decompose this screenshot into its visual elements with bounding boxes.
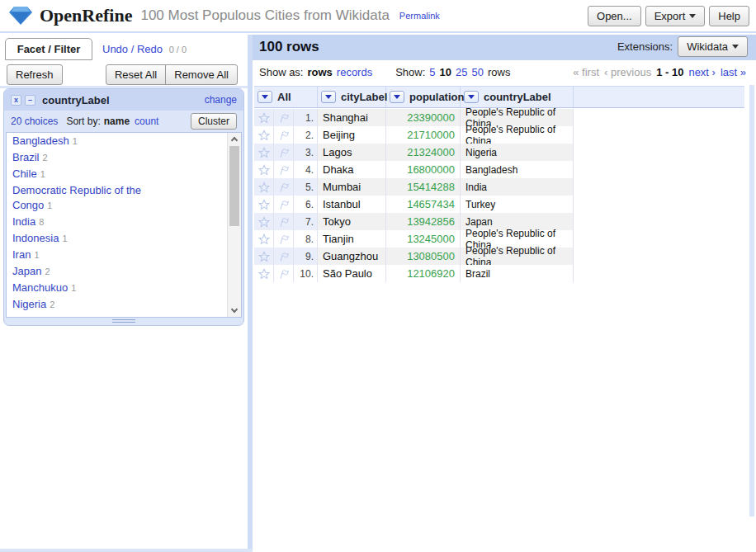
facet-minimize-icon[interactable]: –	[25, 95, 35, 106]
countrylabel-column-menu-icon[interactable]	[464, 91, 479, 103]
facet-choice-drc[interactable]: Democratic Republic of the Congo	[12, 184, 141, 211]
flag-icon[interactable]	[274, 248, 294, 265]
cell-countrylabel: India	[461, 178, 574, 196]
star-icon[interactable]	[254, 265, 274, 282]
flag-icon[interactable]	[274, 126, 294, 144]
list-item: Nigeria2	[7, 296, 168, 313]
flag-icon[interactable]	[274, 144, 294, 161]
flag-icon[interactable]	[274, 109, 294, 126]
tab-facet-filter[interactable]: Facet / Filter	[5, 38, 92, 60]
panel-divider	[248, 35, 253, 552]
flag-icon[interactable]	[274, 213, 294, 230]
table-row: 4. Dhaka 16800000 Bangladesh	[254, 161, 574, 178]
row-index: 10.	[294, 265, 318, 282]
star-icon[interactable]	[254, 161, 274, 178]
page-size-25[interactable]: 25	[456, 66, 467, 78]
cell-citylabel: Istanbul	[318, 196, 386, 213]
reset-all-button[interactable]: Reset All	[106, 64, 166, 85]
population-column-menu-icon[interactable]	[390, 91, 404, 103]
table-row: 2. Beijing 21710000 People's Republic of…	[254, 126, 574, 144]
export-button-label: Export	[654, 10, 686, 22]
cell-population: 12106920	[386, 265, 461, 282]
page-size-5[interactable]: 5	[429, 66, 435, 78]
pagination-range: 1 - 10	[656, 66, 683, 78]
caret-down-icon	[689, 14, 696, 18]
column-label-all: All	[277, 91, 291, 103]
facet-choice-iran[interactable]: Iran	[12, 248, 31, 261]
cell-citylabel: Lagos	[318, 144, 386, 161]
facet-choice-manchukuo[interactable]: Manchukuo	[12, 281, 68, 294]
facet-choice-brazil[interactable]: Brazil	[12, 151, 40, 163]
show-label: Show:	[395, 66, 425, 78]
cluster-button[interactable]: Cluster	[191, 113, 237, 130]
openrefine-diamond-logo-icon	[8, 5, 33, 26]
facet-resize-handle[interactable]	[112, 318, 135, 323]
cell-citylabel: Dhaka	[318, 161, 386, 178]
cell-countrylabel: Turkey	[461, 196, 574, 213]
cell-population: 15414288	[386, 178, 461, 196]
star-icon[interactable]	[254, 109, 274, 126]
facet-choice-nigeria[interactable]: Nigeria	[12, 298, 46, 310]
flag-icon[interactable]	[274, 161, 294, 178]
flag-icon[interactable]	[274, 265, 294, 282]
star-icon[interactable]	[254, 230, 274, 248]
facet-scrollbar[interactable]	[227, 133, 241, 317]
scroll-down-icon[interactable]	[231, 306, 238, 313]
show-as-label: Show as:	[259, 66, 303, 78]
facet-choice-bangladesh[interactable]: Bangladesh	[12, 134, 69, 147]
facet-close-icon[interactable]: x	[11, 95, 21, 106]
row-index: 7.	[294, 213, 318, 230]
scroll-up-icon[interactable]	[231, 137, 238, 144]
facet-controls: 20 choices Sort by: name count Cluster	[4, 111, 243, 132]
row-index: 4.	[294, 161, 318, 178]
star-icon[interactable]	[254, 126, 274, 144]
tab-undo-redo[interactable]: Undo / Redo 0 / 0	[102, 43, 187, 55]
flag-icon[interactable]	[274, 196, 294, 213]
star-icon[interactable]	[254, 196, 274, 213]
star-icon[interactable]	[254, 213, 274, 230]
permalink-link[interactable]: Permalink	[399, 11, 440, 21]
choice-count: 2	[50, 300, 54, 309]
facet-choice-list: Bangladesh1 Brazil2 Chile1 Democratic Re…	[6, 132, 242, 318]
star-icon[interactable]	[254, 144, 274, 161]
citylabel-column-menu-icon[interactable]	[321, 91, 336, 103]
list-item: Japan2	[7, 263, 168, 280]
row-index: 5.	[294, 178, 318, 196]
facet-change-link[interactable]: change	[205, 94, 237, 106]
cell-population: 23390000	[386, 109, 461, 126]
all-column-menu-icon[interactable]	[258, 91, 272, 103]
open-button[interactable]: Open...	[588, 6, 641, 26]
show-as-records[interactable]: records	[337, 66, 372, 78]
table-header: All cityLabel population countryLabel	[254, 86, 744, 108]
pagination-next[interactable]: next ›	[688, 66, 716, 78]
left-panel-bottom-border	[0, 549, 253, 552]
view-bar: Show as: rows records Show: 5 10 25 50 r…	[253, 60, 756, 85]
pagination-last[interactable]: last »	[721, 66, 746, 78]
choice-count: 2	[45, 267, 50, 276]
help-button[interactable]: Help	[709, 6, 749, 26]
facet-choice-india[interactable]: India	[12, 215, 35, 228]
flag-icon[interactable]	[274, 230, 294, 248]
facet-choice-chile[interactable]: Chile	[12, 167, 37, 180]
flag-icon[interactable]	[274, 178, 294, 196]
column-label-population: population	[409, 91, 464, 103]
wikidata-extension-button[interactable]: Wikidata	[678, 36, 748, 57]
export-button[interactable]: Export	[645, 6, 706, 26]
remove-all-button[interactable]: Remove All	[165, 64, 238, 85]
cell-citylabel: Beijing	[318, 126, 386, 144]
rows-suffix-label: rows	[488, 66, 510, 78]
column-header-population: population	[386, 87, 461, 107]
scrollbar-thumb[interactable]	[229, 146, 239, 226]
sort-by-count[interactable]: count	[135, 116, 158, 127]
sort-by-name[interactable]: name	[104, 116, 130, 127]
data-table: 1. Shanghai 23390000 People's Republic o…	[254, 109, 574, 282]
star-icon[interactable]	[254, 178, 274, 196]
page-size-10[interactable]: 10	[440, 66, 451, 78]
star-icon[interactable]	[254, 248, 274, 265]
facet-choice-indonesia[interactable]: Indonesia	[12, 232, 59, 244]
column-label-citylabel: cityLabel	[341, 91, 387, 103]
facet-choice-japan[interactable]: Japan	[12, 265, 41, 277]
refresh-button[interactable]: Refresh	[7, 64, 63, 85]
page-size-50[interactable]: 50	[472, 66, 484, 78]
show-as-rows[interactable]: rows	[307, 66, 332, 78]
